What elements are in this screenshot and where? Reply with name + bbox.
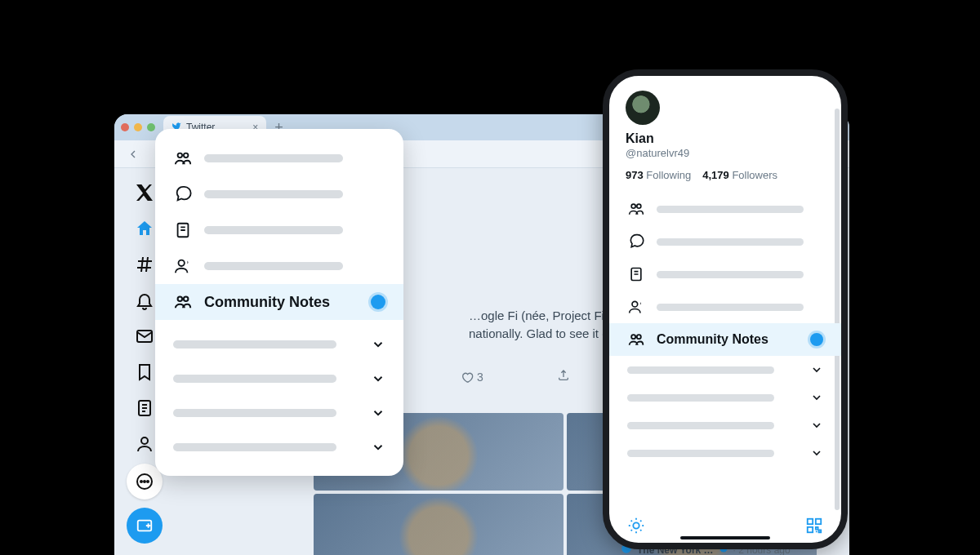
followers-stat[interactable]: 4,179 Followers [702,169,777,181]
svg-rect-23 [808,527,813,532]
chevron-down-icon [371,371,385,386]
follower-requests-icon [173,256,193,276]
avatar[interactable] [626,91,660,125]
qr-code-icon[interactable] [805,517,823,535]
menu-item-label: Community Notes [204,294,330,311]
back-icon[interactable] [126,147,140,162]
svg-point-19 [637,335,641,339]
community-notes-icon [173,292,193,312]
lists-icon [173,220,193,240]
menu-item-placeholder [173,375,336,383]
lists-icon [627,265,645,283]
chevron-down-icon [371,337,385,352]
menu-item[interactable] [155,212,403,248]
menu-item-placeholder [657,271,804,278]
menu-item[interactable] [626,291,825,323]
svg-point-2 [141,437,148,444]
phone-drawer-menu: Community Notes [626,193,825,467]
profile-header: Kian @naturelvr49 973 Following 4,179 Fo… [626,91,825,181]
chevron-down-icon [810,363,823,376]
menu-item-placeholder [627,422,774,429]
profile-name: Kian [626,131,825,146]
chevron-down-icon [371,440,385,455]
menu-item-expandable[interactable] [626,411,825,439]
menu-item-placeholder [173,409,336,417]
menu-item-expandable[interactable] [626,384,825,411]
home-indicator [680,536,770,539]
menu-item-placeholder [657,238,804,246]
chevron-down-icon [810,419,823,432]
svg-point-6 [147,481,149,482]
community-notes-icon [627,331,645,349]
menu-item-label: Community Notes [657,332,768,347]
menu-item-placeholder [204,190,343,198]
svg-point-9 [184,153,189,158]
topics-icon [173,184,193,204]
svg-point-14 [631,204,635,208]
svg-rect-21 [808,519,813,524]
svg-point-15 [637,204,641,208]
menu-item[interactable] [155,140,403,176]
menu-item-placeholder [173,443,336,451]
more-menu-popover: Community Notes [155,129,403,476]
menu-item-expandable[interactable] [155,362,403,396]
menu-item-placeholder [627,450,774,457]
new-indicator-dot [810,333,823,346]
new-indicator-dot [371,295,385,309]
phone-bottom-bar [609,517,841,535]
menu-item[interactable] [626,225,825,258]
phone-mockup: Kian @naturelvr49 973 Following 4,179 Fo… [603,69,848,549]
chevron-down-icon [810,446,823,460]
menu-item-expandable[interactable] [155,430,403,464]
like-button[interactable]: 3 [461,371,483,384]
svg-point-20 [633,522,639,528]
chevron-down-icon [810,391,823,404]
menu-item[interactable] [626,258,825,291]
svg-point-11 [179,260,185,266]
svg-point-8 [178,153,183,158]
menu-item-placeholder [627,366,774,374]
menu-item-expandable[interactable] [626,356,825,384]
menu-item[interactable] [626,193,825,225]
menu-item-placeholder [173,340,336,349]
like-count: 3 [477,371,483,384]
menu-item-placeholder [657,304,804,311]
svg-point-4 [140,481,142,482]
svg-point-12 [178,297,183,302]
svg-point-5 [144,481,145,482]
communities-icon [173,149,193,168]
svg-point-13 [184,297,189,302]
menu-item[interactable] [155,248,403,284]
menu-item-placeholder [204,226,343,234]
menu-item-placeholder [204,154,343,162]
svg-point-18 [631,335,635,339]
svg-rect-22 [816,519,821,524]
following-stat[interactable]: 973 Following [626,169,691,181]
menu-item-placeholder [627,394,774,402]
menu-item-expandable[interactable] [155,327,403,362]
media-thumbnail[interactable] [314,494,564,555]
tweet-actions: 3 [461,369,570,384]
communities-icon [627,200,645,218]
window-close-icon[interactable] [121,123,129,131]
menu-item-community-notes[interactable]: Community Notes [155,284,403,320]
menu-item-expandable[interactable] [155,396,403,430]
window-controls [121,123,155,131]
menu-item-placeholder [657,206,804,213]
menu-item-community-notes[interactable]: Community Notes [609,323,841,356]
follow-stats: 973 Following 4,179 Followers [626,169,825,181]
topics-icon [627,233,645,251]
compose-tweet-button[interactable] [127,508,163,544]
svg-point-17 [632,301,638,307]
follower-requests-icon [627,298,645,316]
chevron-down-icon [371,406,385,420]
share-icon[interactable] [557,369,570,384]
theme-icon[interactable] [627,517,645,535]
menu-item-placeholder [204,262,343,270]
menu-item[interactable] [155,176,403,212]
window-minimize-icon[interactable] [134,123,142,131]
menu-item-expandable[interactable] [626,439,825,467]
profile-handle: @naturelvr49 [626,147,825,159]
window-maximize-icon[interactable] [147,123,155,131]
